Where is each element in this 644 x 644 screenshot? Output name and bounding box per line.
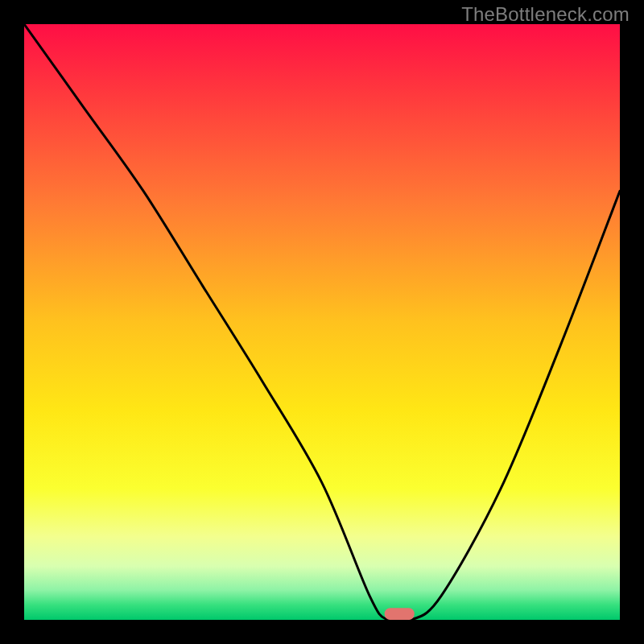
- optimal-marker: [385, 608, 415, 620]
- watermark-label: TheBottleneck.com: [461, 3, 630, 26]
- plot-area: [24, 24, 620, 620]
- gradient-background: [24, 24, 620, 620]
- bottleneck-chart: [24, 24, 620, 620]
- chart-frame: TheBottleneck.com: [0, 0, 644, 644]
